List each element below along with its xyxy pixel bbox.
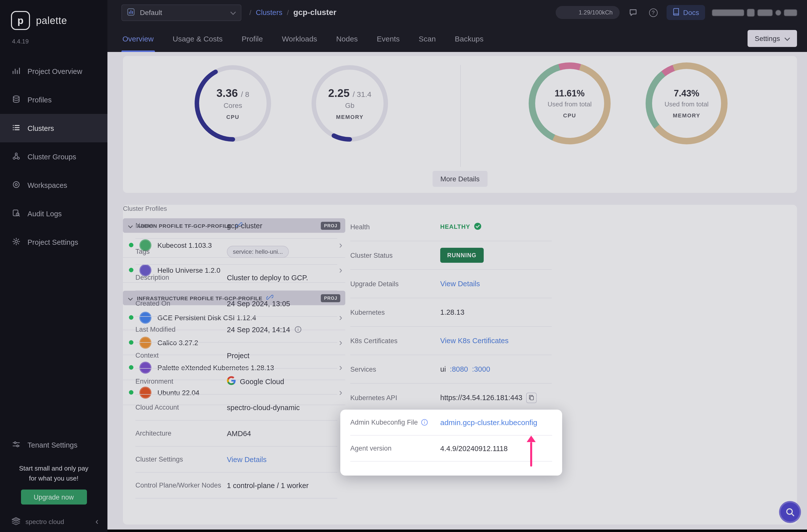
upgrade-view-details-link[interactable]: View Details [440, 280, 480, 288]
info-icon[interactable] [294, 326, 302, 333]
memory-total-label: MEMORY [673, 112, 700, 118]
tab-usage-costs[interactable]: Usage & Costs [172, 25, 224, 52]
settings-button[interactable]: Settings [748, 30, 797, 47]
user-account-redacted[interactable] [712, 9, 797, 16]
brand-row: spectro cloud ‹ [0, 516, 108, 527]
service-port-3000-link[interactable]: :3000 [472, 365, 490, 373]
memory-used-value: 2.25 [328, 87, 350, 99]
help-icon[interactable]: ? [646, 6, 660, 19]
cpu-unit: Cores [224, 101, 242, 109]
tab-nodes[interactable]: Nodes [335, 25, 359, 52]
cpu-used-value: 3.36 [217, 87, 238, 99]
google-cloud-icon [227, 376, 236, 387]
copy-icon[interactable] [526, 392, 537, 403]
breadcrumb-current: gcp-cluster [293, 8, 337, 17]
chevron-right-icon: › [339, 265, 342, 275]
promo-text: Start small and only pay for what you us… [8, 463, 99, 483]
cluster-name-value: gcp-cluster [227, 222, 262, 230]
cpu-total-value: / 8 [241, 90, 249, 98]
check-circle-icon [474, 222, 482, 231]
status-dot [129, 268, 133, 272]
project-selector[interactable]: Default [121, 4, 241, 21]
tab-workloads[interactable]: Workloads [281, 25, 318, 52]
chat-icon[interactable] [626, 6, 640, 19]
detail-row-agent-version: Agent version 4.4.9/20240912.1118 [350, 436, 552, 461]
chevron-down-icon [230, 8, 236, 17]
details-middle-column: Health HEALTHY Cluster Status RUNNING Up… [350, 213, 552, 412]
info-icon[interactable] [421, 419, 428, 426]
detail-row-nodes: Control Plane/Worker Nodes 1 control-pla… [135, 473, 337, 498]
tab-events[interactable]: Events [376, 25, 401, 52]
cpu-total-label: CPU [563, 112, 576, 118]
chevron-right-icon: › [339, 313, 342, 322]
cluster-settings-view-details-link[interactable]: View Details [227, 455, 267, 463]
sidebar-item-tenant-settings[interactable]: Tenant Settings [0, 431, 108, 459]
memory-total-donut: 7.43% Used from total MEMORY [645, 62, 728, 144]
agent-version-value: 4.4.9/20240912.1118 [440, 444, 508, 452]
usage-credits-pill: 1.29/100kCh [556, 6, 620, 19]
bar-chart-icon [12, 66, 20, 76]
tag-chip[interactable]: service: hello-uni... [227, 246, 289, 258]
mini-chart-icon [127, 8, 135, 17]
top-bar: Default / Clusters / gcp-cluster 1.29/10… [108, 0, 807, 25]
detail-row-name: Name gcp-cluster [135, 213, 337, 239]
sidebar-menu: Project Overview Profiles Clusters Clust… [0, 57, 108, 256]
tab-overview[interactable]: Overview [121, 25, 155, 52]
docs-button[interactable]: Docs [667, 5, 705, 20]
detail-row-last-modified: Last Modified 24 Sep 2024, 14:14 [135, 317, 337, 343]
breadcrumb-clusters-link[interactable]: Clusters [256, 8, 282, 17]
health-value: HEALTHY [440, 223, 470, 230]
tab-profile[interactable]: Profile [241, 25, 264, 52]
tab-scan[interactable]: Scan [418, 25, 437, 52]
tab-backups[interactable]: Backups [454, 25, 485, 52]
detail-row-description: Description Cluster to deploy to GCP. [135, 265, 337, 291]
palette-logo-icon: p [11, 11, 30, 30]
sidebar-item-label: Profiles [27, 96, 52, 104]
topbar-right: 1.29/100kCh ? Docs [556, 5, 797, 20]
detail-row-admin-kubeconfig: Admin Kubeconfig File admin.gcp-cluster.… [350, 410, 552, 436]
status-dot [129, 390, 133, 395]
collapse-sidebar-icon[interactable]: ‹ [95, 516, 98, 527]
sidebar: p palette 4.4.19 Project Overview Profil… [0, 0, 108, 532]
sidebar-item-workspaces[interactable]: Workspaces [0, 171, 108, 199]
last-modified-value: 24 Sep 2024, 14:14 [227, 325, 290, 334]
nodes-icon [12, 152, 20, 162]
sidebar-item-clusters[interactable]: Clusters [0, 114, 108, 142]
admin-kubeconfig-download-link[interactable]: admin.gcp-cluster.kubeconfig [440, 418, 538, 426]
service-port-8080-link[interactable]: :8080 [450, 365, 468, 373]
floating-search-button[interactable] [779, 501, 801, 523]
sidebar-item-project-overview[interactable]: Project Overview [0, 57, 108, 86]
more-details-button[interactable]: More Details [432, 171, 487, 187]
audit-log-icon [12, 209, 20, 218]
app-version: 4.4.19 [0, 38, 108, 45]
sidebar-bottom: Tenant Settings Start small and only pay… [0, 431, 108, 532]
settings-button-label: Settings [755, 35, 780, 42]
sidebar-item-label: Audit Logs [27, 210, 62, 217]
cluster-profiles-title: Cluster Profiles [123, 205, 345, 212]
upgrade-now-button[interactable]: Upgrade now [21, 490, 87, 505]
context-value: Project [227, 352, 249, 359]
kubernetes-version-value: 1.28.13 [440, 308, 465, 316]
sidebar-item-label: Project Settings [27, 238, 78, 246]
detail-row-context: Context Project [135, 343, 337, 369]
memory-total-caption: Used from total [664, 100, 709, 108]
detail-row-cluster-settings: Cluster Settings View Details [135, 446, 337, 473]
memory-usage-gauge: 2.25 / 31.4 Gb MEMORY [310, 63, 390, 144]
nodes-value: 1 control-plane / 1 worker [227, 481, 308, 489]
sidebar-item-label: Clusters [27, 124, 54, 132]
sidebar-item-project-settings[interactable]: Project Settings [0, 228, 108, 256]
environment-value: Google Cloud [240, 377, 284, 385]
sidebar-item-profiles[interactable]: Profiles [0, 86, 108, 114]
sidebar-item-audit-logs[interactable]: Audit Logs [0, 199, 108, 228]
memory-total-percent: 7.43% [674, 89, 699, 99]
sidebar-item-cluster-groups[interactable]: Cluster Groups [0, 142, 108, 171]
detail-row-environment: Environment Google Cloud [135, 369, 337, 395]
detail-row-services: Services ui :8080 :3000 [350, 355, 552, 384]
view-k8s-certificates-link[interactable]: View K8s Certificates [440, 337, 508, 345]
cluster-details-card: Name gcp-cluster Tags service: hello-uni… [123, 205, 797, 525]
detail-row-upgrade-details: Upgrade Details View Details [350, 270, 552, 298]
cpu-total-percent: 11.61% [555, 89, 585, 99]
gear-icon [12, 237, 20, 247]
docs-button-label: Docs [683, 8, 699, 17]
running-status-badge[interactable]: RUNNING [440, 248, 484, 263]
